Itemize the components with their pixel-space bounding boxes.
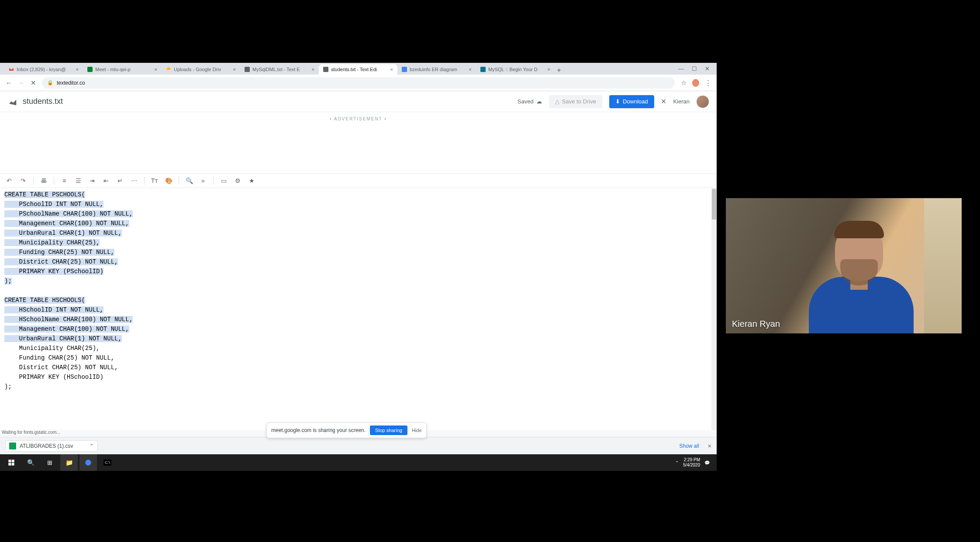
play-icon <box>485 258 499 276</box>
webcam-thumbnail[interactable]: Kieran Ryan <box>726 198 962 333</box>
person-silhouette <box>809 220 914 333</box>
door-background <box>924 198 962 333</box>
play-button[interactable] <box>468 245 512 289</box>
webcam-name-label: Kieran Ryan <box>732 319 780 329</box>
